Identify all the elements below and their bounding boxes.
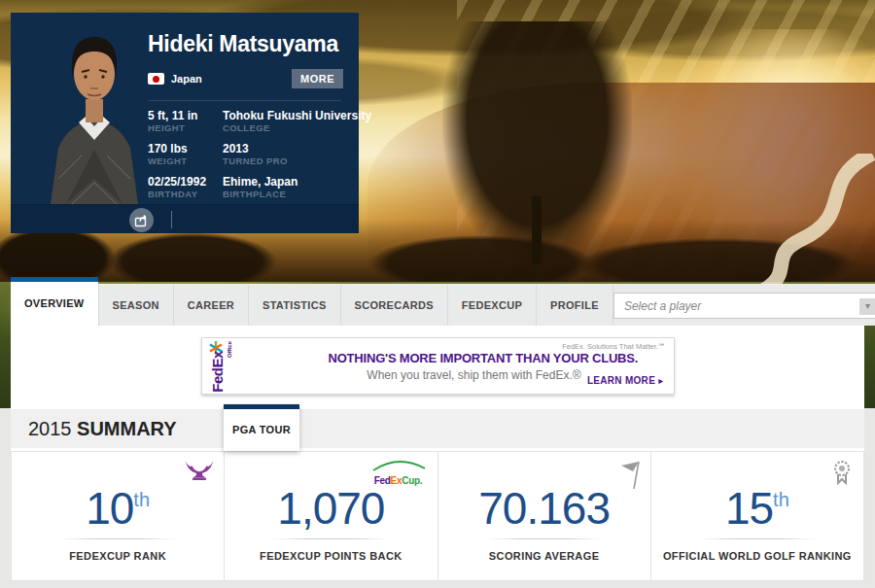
stat-divider — [272, 538, 389, 539]
flag-icon — [617, 460, 641, 489]
award-ribbon-icon — [830, 460, 854, 485]
learn-more-link[interactable]: LEARN MORE ▸ — [587, 375, 664, 386]
tab-statistics[interactable]: STATISTICS — [249, 285, 341, 326]
fedexcup-rank-card: 10th FEDEXCUP RANK — [11, 451, 225, 581]
world-ranking-card: 15th OFFICIAL WORLD GOLF RANKING — [650, 451, 864, 581]
summary-stat-cards: 10th FEDEXCUP RANK FedExCup. 1,070 FEDEX… — [11, 451, 864, 581]
player-select[interactable]: Select a player ▾ — [613, 293, 875, 319]
scoring-average-card: 70.163 SCORING AVERAGE — [438, 451, 651, 581]
profile-tab-bar: OVERVIEW SEASON CAREER STATISTICS SCOREC… — [11, 277, 864, 326]
tree-silhouette — [442, 21, 632, 264]
ad-subline: When you travel, ship them with FedEx.® — [329, 368, 620, 382]
player-select-placeholder: Select a player — [624, 299, 701, 313]
player-stats-grid: 5 ft, 11 in HEIGHT Tohoku Fukushi Univer… — [148, 110, 351, 199]
tab-career[interactable]: CAREER — [174, 285, 249, 326]
player-headshot-photo — [43, 33, 146, 204]
stat-label: FEDEXCUP POINTS BACK — [225, 550, 437, 562]
player-name: Hideki Matsuyama — [148, 31, 338, 57]
stat-birthday: 02/25/1992 BIRTHDAY — [148, 176, 223, 199]
summary-title: 2015 SUMMARY — [28, 418, 177, 440]
stat-college: Tohoku Fukushi University COLLEGE — [223, 110, 371, 133]
chevron-down-icon[interactable]: ▾ — [859, 298, 875, 315]
fedex-office-logo: FedEx Office — [205, 340, 238, 392]
tab-profile[interactable]: PROFILE — [537, 285, 613, 326]
player-card-footer — [11, 204, 359, 233]
stat-turned-pro: 2013 TURNED PRO — [223, 143, 371, 166]
player-card-body: Hideki Matsuyama Japan MORE 5 ft, 11 in … — [11, 13, 359, 204]
tab-pga-tour[interactable]: PGA TOUR — [224, 404, 299, 451]
fedexcup-logo: FedExCup. — [368, 458, 430, 486]
fedexcup-swoosh-icon — [369, 460, 428, 471]
share-icon — [134, 214, 149, 227]
tab-strip: SEASON CAREER STATISTICS SCORECARDS FEDE… — [98, 284, 875, 326]
player-info-card: Hideki Matsuyama Japan MORE 5 ft, 11 in … — [11, 13, 359, 233]
fedex-office-text: Office — [227, 341, 232, 358]
tab-overview[interactable]: OVERVIEW — [11, 277, 98, 326]
stat-divider — [59, 538, 176, 539]
fedex-logo-text: FedEx — [208, 351, 225, 393]
main-content: FedEx Office FedEx. Solutions That Matte… — [11, 326, 864, 580]
japan-flag-icon — [148, 73, 164, 85]
share-button[interactable] — [129, 208, 154, 232]
ad-tagline: FedEx. Solutions That Matter.℠ — [562, 342, 665, 351]
tab-fedexcup[interactable]: FEDEXCUP — [448, 285, 537, 326]
fedex-ad-banner[interactable]: FedEx Office FedEx. Solutions That Matte… — [201, 337, 675, 395]
stat-value: 10th — [12, 475, 224, 533]
stat-weight: 170 lbs WEIGHT — [148, 143, 223, 166]
tab-scorecards[interactable]: SCORECARDS — [341, 285, 448, 326]
fedexcup-points-back-card: FedExCup. 1,070 FEDEXCUP POINTS BACK — [224, 451, 438, 581]
fedexcup-trophy-icon — [185, 460, 214, 481]
stat-birthplace: Ehime, Japan BIRTHPLACE — [223, 176, 371, 199]
footer-divider — [171, 211, 172, 228]
stat-divider — [699, 538, 816, 539]
player-country: Japan — [171, 73, 202, 85]
summary-section-header: 2015 SUMMARY PGA TOUR — [11, 409, 864, 448]
stat-label: SCORING AVERAGE — [438, 550, 650, 562]
stat-label: FEDEXCUP RANK — [12, 550, 224, 562]
stat-divider — [486, 538, 603, 539]
summary-label: SUMMARY — [77, 418, 177, 439]
card-divider — [148, 100, 341, 101]
more-button[interactable]: MORE — [292, 69, 343, 88]
tab-season[interactable]: SEASON — [98, 285, 174, 326]
ad-headline: NOTHING'S MORE IMPORTANT THAN YOUR CLUBS… — [329, 351, 620, 365]
summary-year: 2015 — [28, 418, 72, 439]
stat-height: 5 ft, 11 in HEIGHT — [148, 110, 223, 133]
stat-label: OFFICIAL WORLD GOLF RANKING — [651, 550, 863, 562]
